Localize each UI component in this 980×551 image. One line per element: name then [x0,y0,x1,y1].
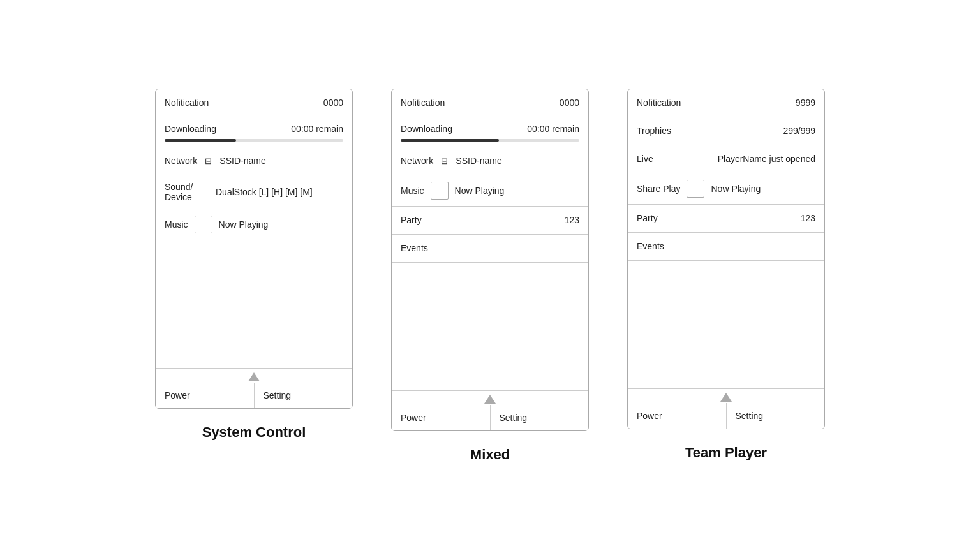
triangle-container-mixed [484,391,496,405]
wifi-icon: ⊟ [205,156,212,166]
row-team-player-5: Events [628,233,824,261]
music-thumbnail-system-control-4 [195,216,212,233]
music-value-mixed-3: Now Playing [455,186,505,196]
music-thumbnail-team-player-3 [687,180,704,198]
panel-group-team-player: Nofitication9999Trophies299/999LivePlaye… [627,89,825,461]
panel-team-player: Nofitication9999Trophies299/999LivePlaye… [627,89,825,429]
row-value-team-player-1: 299/999 [783,126,815,136]
progress-top-system-control-1: Downloading00:00 remain [165,124,343,134]
music-thumbnail-mixed-3 [431,182,449,200]
music-value-system-control-4: Now Playing [219,219,269,230]
row-label-team-player-5: Events [637,241,664,251]
row-team-player-0: Nofitication9999 [628,89,824,117]
page-wrapper: Nofitication0000Downloading00:00 remainN… [0,70,980,482]
panel-title-mixed: Mixed [470,446,510,463]
row-value-team-player-2: PlayerName just opened [718,154,815,164]
row-mixed-5: Events [392,235,588,263]
progress-value-system-control-1: 00:00 remain [291,124,343,134]
power-button-team-player[interactable]: Power [628,403,726,429]
progress-value-mixed-1: 00:00 remain [527,124,579,134]
network-label-system-control-2: Network [165,156,197,166]
panel-system-control: Nofitication0000Downloading00:00 remainN… [155,89,353,409]
row-team-player-1: Trophies299/999 [628,117,824,145]
row-mixed-4: Party123 [392,207,588,235]
network-value-mixed-2: SSID-name [456,156,501,166]
row-value-team-player-4: 123 [801,213,815,223]
bottom-buttons-mixed: PowerSetting [392,405,588,430]
row-mixed-3: MusicNow Playing [392,175,588,207]
sound-label-system-control-3: Sound/ Device [165,182,209,202]
bottom-buttons-system-control: PowerSetting [156,383,352,408]
network-label-mixed-2: Network [401,156,433,166]
progress-label-system-control-1: Downloading [165,124,216,134]
row-label-system-control-0: Nofitication [165,98,209,108]
power-button-mixed[interactable]: Power [392,405,490,430]
bottom-buttons-team-player: PowerSetting [628,403,824,429]
triangle-icon [248,372,260,381]
music-value-team-player-3: Now Playing [711,184,761,194]
row-mixed-2: Network⊟SSID-name [392,147,588,175]
wifi-icon: ⊟ [441,156,448,166]
triangle-container-system-control [248,369,260,383]
panel-mixed: Nofitication0000Downloading00:00 remainN… [391,89,589,431]
progress-bar-container-system-control-1 [165,139,343,142]
row-team-player-4: Party123 [628,205,824,233]
row-label-mixed-0: Nofitication [401,98,445,108]
network-value-system-control-2: SSID-name [219,156,265,166]
progress-bar-container-mixed-1 [401,139,579,142]
row-label-team-player-2: Live [637,154,653,164]
progress-bar-fill-mixed-1 [401,139,499,142]
row-system-control-3: Sound/ DeviceDualStock [L] [H] [M] [M] [156,175,352,209]
music-label-mixed-3: Music [401,186,424,196]
power-button-system-control[interactable]: Power [156,383,254,408]
spacer-mixed [392,263,588,390]
row-system-control-2: Network⊟SSID-name [156,147,352,175]
row-label-team-player-4: Party [637,213,658,223]
triangle-container-team-player [720,389,732,403]
progress-bar-fill-system-control-1 [165,139,236,142]
bottom-area-mixed: PowerSetting [392,390,588,430]
row-system-control-4: MusicNow Playing [156,209,352,240]
panel-title-team-player: Team Player [685,444,767,461]
row-system-control-0: Nofitication0000 [156,89,352,117]
row-system-control-1: Downloading00:00 remain [156,117,352,147]
row-value-team-player-0: 9999 [796,98,815,108]
row-label-team-player-1: Trophies [637,126,671,136]
triangle-icon [720,393,732,402]
progress-top-mixed-1: Downloading00:00 remain [401,124,579,134]
row-value-system-control-0: 0000 [323,98,343,108]
setting-button-team-player[interactable]: Setting [726,403,825,429]
setting-button-mixed[interactable]: Setting [490,405,589,430]
row-mixed-0: Nofitication0000 [392,89,588,117]
bottom-area-team-player: PowerSetting [628,388,824,429]
row-team-player-2: LivePlayerName just opened [628,145,824,173]
panel-group-system-control: Nofitication0000Downloading00:00 remainN… [155,89,353,441]
progress-label-mixed-1: Downloading [401,124,452,134]
setting-button-system-control[interactable]: Setting [254,383,353,408]
row-mixed-1: Downloading00:00 remain [392,117,588,147]
row-label-mixed-4: Party [401,215,422,225]
panel-title-system-control: System Control [202,424,306,441]
row-value-mixed-4: 123 [565,215,579,225]
bottom-area-system-control: PowerSetting [156,368,352,408]
row-label-team-player-0: Nofitication [637,98,681,108]
row-team-player-3: Share PlayNow Playing [628,173,824,205]
music-label-team-player-3: Share Play [637,184,680,194]
panel-group-mixed: Nofitication0000Downloading00:00 remainN… [391,89,589,463]
sound-value-system-control-3: DualStock [L] [H] [M] [M] [216,187,313,197]
row-value-mixed-0: 0000 [560,98,579,108]
row-label-mixed-5: Events [401,243,428,253]
spacer-system-control [156,240,352,368]
spacer-team-player [628,261,824,388]
triangle-icon [484,395,496,404]
music-label-system-control-4: Music [165,219,188,230]
